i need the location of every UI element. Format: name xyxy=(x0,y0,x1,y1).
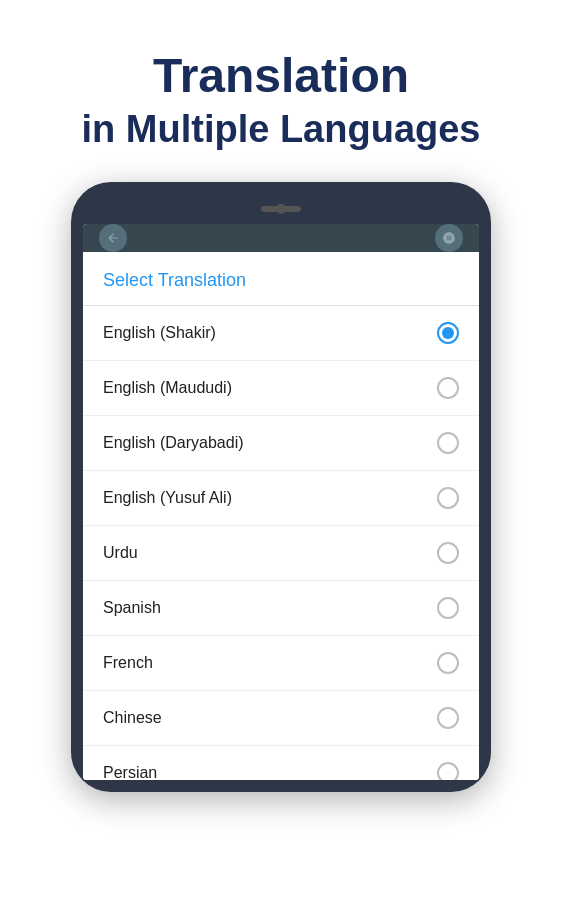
phone-top-bar xyxy=(83,202,479,216)
radio-english-shakir xyxy=(437,322,459,344)
radio-english-maududi xyxy=(437,377,459,399)
radio-chinese xyxy=(437,707,459,729)
radio-english-yusuf-ali xyxy=(437,487,459,509)
option-label-urdu: Urdu xyxy=(103,544,138,562)
option-label-persian: Persian xyxy=(103,764,157,780)
dialog-overlay: Select Translation English (Shakir)Engli… xyxy=(83,252,479,780)
radio-spanish xyxy=(437,597,459,619)
phone-camera xyxy=(276,204,286,214)
option-item-persian[interactable]: Persian xyxy=(83,746,479,780)
header-section: Translation in Multiple Languages xyxy=(61,50,500,152)
radio-urdu xyxy=(437,542,459,564)
option-item-urdu[interactable]: Urdu xyxy=(83,526,479,581)
option-item-chinese[interactable]: Chinese xyxy=(83,691,479,746)
option-item-english-shakir[interactable]: English (Shakir) xyxy=(83,306,479,361)
option-item-english-maududi[interactable]: English (Maududi) xyxy=(83,361,479,416)
radio-inner-english-shakir xyxy=(442,327,454,339)
chrome-right-button xyxy=(435,224,463,252)
option-item-english-daryabadi[interactable]: English (Daryabadi) xyxy=(83,416,479,471)
option-label-english-yusuf-ali: English (Yusuf Ali) xyxy=(103,489,232,507)
options-list: English (Shakir)English (Maududi)English… xyxy=(83,306,479,780)
page-wrapper: Translation in Multiple Languages Select… xyxy=(0,0,562,900)
radio-french xyxy=(437,652,459,674)
phone-mockup: Select Translation English (Shakir)Engli… xyxy=(71,182,491,792)
option-item-french[interactable]: French xyxy=(83,636,479,691)
option-label-english-daryabadi: English (Daryabadi) xyxy=(103,434,244,452)
header-subtitle: in Multiple Languages xyxy=(81,107,480,153)
option-label-english-shakir: English (Shakir) xyxy=(103,324,216,342)
option-item-spanish[interactable]: Spanish xyxy=(83,581,479,636)
header-title: Translation xyxy=(81,50,480,103)
phone-chrome xyxy=(83,224,479,252)
radio-persian xyxy=(437,762,459,780)
radio-english-daryabadi xyxy=(437,432,459,454)
option-label-spanish: Spanish xyxy=(103,599,161,617)
option-label-english-maududi: English (Maududi) xyxy=(103,379,232,397)
option-label-french: French xyxy=(103,654,153,672)
phone-screen: Select Translation English (Shakir)Engli… xyxy=(83,224,479,780)
option-item-english-yusuf-ali[interactable]: English (Yusuf Ali) xyxy=(83,471,479,526)
chrome-left-button xyxy=(99,224,127,252)
dialog-title: Select Translation xyxy=(83,252,479,306)
dialog-box: Select Translation English (Shakir)Engli… xyxy=(83,252,479,780)
option-label-chinese: Chinese xyxy=(103,709,162,727)
